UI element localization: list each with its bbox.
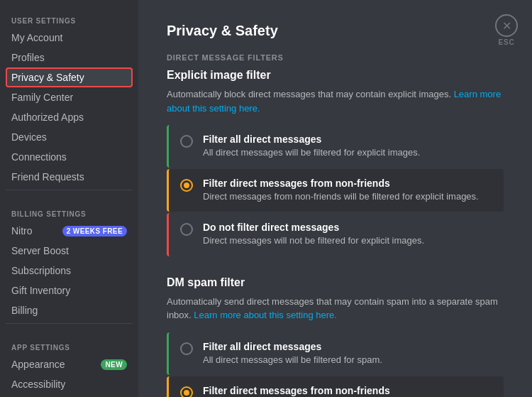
spam-option-all-desc: All direct messages will be filtered for… bbox=[203, 354, 382, 366]
dm-filters-label: DIRECT MESSAGE FILTERS bbox=[167, 53, 504, 62]
sidebar-item-family-center[interactable]: Family Center bbox=[6, 87, 133, 107]
billing-settings-label: BILLING SETTINGS bbox=[6, 205, 133, 221]
explicit-option-nonfriends-title: Filter direct messages from non-friends bbox=[203, 178, 479, 189]
spam-filter-options: Filter all direct messages All direct me… bbox=[167, 332, 504, 397]
sidebar-item-label: Profiles bbox=[11, 52, 45, 63]
sidebar-item-label: Privacy & Safety bbox=[11, 72, 84, 83]
sidebar-item-label: Friend Requests bbox=[11, 171, 84, 183]
radio-spam-all[interactable] bbox=[180, 342, 193, 355]
explicit-filter-description: Automatically block direct messages that… bbox=[167, 87, 504, 115]
sidebar-item-label: Devices bbox=[11, 131, 47, 143]
explicit-option-none-title: Do not filter direct messages bbox=[203, 222, 424, 233]
spam-filter-option-all[interactable]: Filter all direct messages All direct me… bbox=[167, 332, 504, 375]
divider-app bbox=[6, 323, 133, 324]
sidebar-item-label: Server Boost bbox=[11, 245, 69, 256]
sidebar-item-privacy-safety[interactable]: Privacy & Safety bbox=[6, 67, 133, 87]
sidebar-item-connections[interactable]: Connections bbox=[6, 147, 133, 167]
sidebar-item-label: Appearance bbox=[11, 359, 65, 370]
spam-filter-title: DM spam filter bbox=[167, 276, 504, 289]
explicit-filter-option-none[interactable]: Do not filter direct messages Direct mes… bbox=[167, 213, 504, 256]
sidebar: USER SETTINGS My Account Profiles Privac… bbox=[0, 0, 138, 397]
sidebar-item-subscriptions[interactable]: Subscriptions bbox=[6, 261, 133, 281]
sidebar-item-friend-requests[interactable]: Friend Requests bbox=[6, 167, 133, 187]
esc-label: ESC bbox=[499, 38, 515, 46]
sidebar-item-label: Family Center bbox=[11, 92, 73, 103]
sidebar-item-label: Authorized Apps bbox=[11, 112, 84, 123]
sidebar-item-my-account[interactable]: My Account bbox=[6, 28, 133, 48]
main-content: ✕ ESC Privacy & Safety DIRECT MESSAGE FI… bbox=[138, 0, 532, 397]
sidebar-item-billing[interactable]: Billing bbox=[6, 300, 133, 320]
spam-filter-link[interactable]: Learn more about this setting here. bbox=[194, 310, 337, 320]
explicit-filter-option-nonfriends[interactable]: Filter direct messages from non-friends … bbox=[167, 169, 504, 212]
explicit-filter-option-all[interactable]: Filter all direct messages All direct me… bbox=[167, 125, 504, 168]
appearance-badge: NEW bbox=[101, 359, 127, 370]
explicit-filter-options: Filter all direct messages All direct me… bbox=[167, 125, 504, 256]
sidebar-item-server-boost[interactable]: Server Boost bbox=[6, 241, 133, 261]
app-settings-label: APP SETTINGS bbox=[6, 338, 133, 354]
explicit-option-all-desc: All direct messages will be filtered for… bbox=[203, 146, 420, 159]
sidebar-item-label: Billing bbox=[11, 305, 38, 316]
sidebar-item-gift-inventory[interactable]: Gift Inventory bbox=[6, 281, 133, 300]
sidebar-item-label: Subscriptions bbox=[11, 265, 71, 276]
sidebar-item-label: Accessibility bbox=[11, 379, 65, 390]
user-settings-label: USER SETTINGS bbox=[6, 11, 133, 28]
sidebar-item-nitro[interactable]: Nitro 2 WEEKS FREE bbox=[6, 221, 133, 241]
explicit-option-none-desc: Direct messages will not be filtered for… bbox=[203, 234, 424, 247]
sidebar-item-authorized-apps[interactable]: Authorized Apps bbox=[6, 107, 133, 127]
sidebar-item-label: Gift Inventory bbox=[11, 285, 70, 296]
sidebar-item-label: Nitro bbox=[11, 225, 33, 236]
sidebar-item-label: My Account bbox=[11, 32, 62, 43]
esc-button[interactable]: ✕ ESC bbox=[495, 14, 518, 46]
spam-filter-description: Automatically send direct messages that … bbox=[167, 295, 504, 322]
sidebar-item-appearance[interactable]: Appearance NEW bbox=[6, 354, 133, 374]
spam-option-all-title: Filter all direct messages bbox=[203, 341, 382, 352]
sidebar-item-accessibility[interactable]: Accessibility bbox=[6, 374, 133, 394]
close-icon[interactable]: ✕ bbox=[495, 14, 518, 37]
sidebar-item-devices[interactable]: Devices bbox=[6, 127, 133, 147]
sidebar-item-voice-video[interactable]: Voice & Video bbox=[6, 394, 133, 397]
explicit-option-all-title: Filter all direct messages bbox=[203, 134, 420, 145]
radio-spam-nonfriends[interactable] bbox=[180, 386, 193, 397]
explicit-option-nonfriends-desc: Direct messages from non-friends will be… bbox=[203, 190, 479, 203]
explicit-image-filter-section: Explicit image filter Automatically bloc… bbox=[167, 69, 504, 256]
explicit-filter-title: Explicit image filter bbox=[167, 69, 504, 82]
sidebar-item-profiles[interactable]: Profiles bbox=[6, 48, 133, 67]
page-title: Privacy & Safety bbox=[167, 23, 504, 39]
nitro-badge: 2 WEEKS FREE bbox=[62, 226, 127, 236]
divider-billing bbox=[6, 190, 133, 190]
radio-explicit-none[interactable] bbox=[180, 223, 193, 236]
radio-explicit-all[interactable] bbox=[180, 135, 193, 148]
spam-option-nonfriends-title: Filter direct messages from non-friends bbox=[203, 385, 440, 396]
spam-filter-option-nonfriends[interactable]: Filter direct messages from non-friends … bbox=[167, 376, 504, 397]
dm-spam-filter-section: DM spam filter Automatically send direct… bbox=[167, 276, 504, 397]
sidebar-item-label: Connections bbox=[11, 151, 67, 163]
radio-explicit-nonfriends[interactable] bbox=[180, 179, 193, 192]
